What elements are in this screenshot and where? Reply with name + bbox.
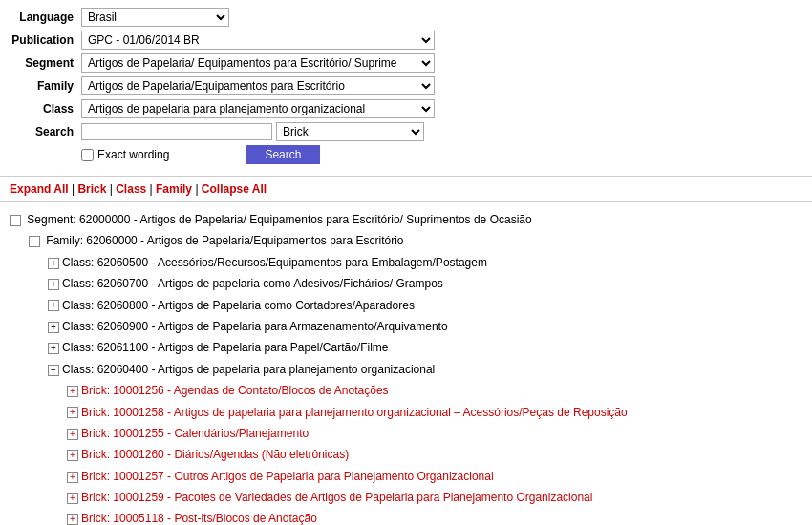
search-button[interactable]: Search	[246, 145, 320, 164]
tree-section: – Segment: 62000000 - Artigos de Papelar…	[0, 202, 812, 525]
brick-type-select[interactable]: Brick	[276, 122, 424, 141]
brick-label: Brick: 10001260 - Diários/Agendas (Não e…	[81, 448, 349, 461]
class-item-62060900: +Class: 62060900 - Artigos de Papelaria …	[48, 317, 802, 336]
class-expand-icon-62060800[interactable]: +	[48, 300, 59, 311]
brick-expand-icon[interactable]: +	[67, 472, 78, 483]
class-label-62060900: Class: 62060900 - Artigos de Papelaria p…	[62, 320, 448, 333]
class-row: Class Artigos de papelaria para planejam…	[10, 99, 802, 118]
search-row: Search Brick	[10, 122, 802, 141]
filter-form: Language Brasil Publication GPC - 01/06/…	[0, 0, 812, 177]
class-link[interactable]: Class	[116, 182, 146, 196]
brick-expand-icon[interactable]: +	[67, 493, 78, 504]
brick-expand-icon[interactable]: +	[67, 386, 78, 397]
family-label: Family: 62060000 - Artigos de Papelaria/…	[46, 234, 403, 247]
brick-item-5-4: +Brick: 10001257 - Outros Artigos de Pap…	[67, 467, 802, 486]
class-label-62060400: Class: 62060400 - Artigos de papelaria p…	[62, 363, 435, 376]
class-item-62060400: −Class: 62060400 - Artigos de papelaria …	[48, 360, 802, 379]
class-expand-icon-62060900[interactable]: +	[48, 322, 59, 333]
segment-row: Segment Artigos de Papelaria/ Equipament…	[10, 53, 802, 73]
segment-label: Segment	[10, 56, 81, 70]
class-item-62061100: +Class: 62061100 - Artigos de Papelaria …	[48, 338, 802, 357]
brick-label: Brick: 10001257 - Outros Artigos de Pape…	[81, 470, 494, 483]
publication-select[interactable]: GPC - 01/06/2014 BR	[81, 31, 435, 50]
exact-wording-checkbox[interactable]	[81, 149, 94, 161]
family-label: Family	[10, 79, 81, 93]
exact-wording-row: Exact wording Search	[81, 145, 802, 164]
class-label-62060700: Class: 62060700 - Artigos de papelaria c…	[62, 277, 443, 290]
brick-label: Brick: 10001256 - Agendas de Contato/Blo…	[81, 384, 389, 397]
brick-item-5-6: +Brick: 10005118 - Post-its/Blocos de An…	[67, 509, 802, 525]
class-label: Class	[10, 102, 81, 116]
brick-label: Brick: 10001255 - Calendários/Planejamen…	[81, 427, 309, 440]
family-select[interactable]: Artigos de Papelaria/Equipamentos para E…	[81, 76, 435, 95]
brick-item-5-5: +Brick: 10001259 - Pacotes de Variedades…	[67, 488, 802, 507]
brick-expand-icon[interactable]: +	[67, 407, 78, 418]
family-link[interactable]: Family	[156, 182, 192, 196]
segment-label: Segment: 62000000 - Artigos de Papelaria…	[27, 213, 531, 226]
class-select[interactable]: Artigos de papelaria para planejamento o…	[81, 99, 435, 118]
language-select[interactable]: Brasil	[81, 8, 229, 27]
family-expand-icon[interactable]: –	[29, 236, 40, 247]
class-expand-icon-62060700[interactable]: +	[48, 279, 59, 290]
exact-wording-label: Exact wording	[97, 148, 169, 161]
segment-item: – Segment: 62000000 - Artigos de Papelar…	[10, 210, 802, 229]
brick-label: Brick: 10001258 - Artigos de papelaria p…	[81, 406, 628, 419]
class-label-62060800: Class: 62060800 - Artigos de Papelaria c…	[62, 299, 415, 312]
classes-container: +Class: 62060500 - Acessórios/Recursos/E…	[10, 253, 802, 525]
class-expand-icon-62061100[interactable]: +	[48, 343, 59, 354]
publication-label: Publication	[10, 33, 81, 47]
brick-expand-icon[interactable]: +	[67, 429, 78, 440]
nav-links: Expand All | Brick | Class | Family | Co…	[0, 177, 812, 202]
segment-expand-icon[interactable]: –	[10, 215, 21, 226]
language-row: Language Brasil	[10, 8, 802, 27]
brick-expand-icon[interactable]: +	[67, 450, 78, 461]
publication-row: Publication GPC - 01/06/2014 BR	[10, 31, 802, 50]
class-expand-icon-62060500[interactable]: +	[48, 258, 59, 269]
family-row: Family Artigos de Papelaria/Equipamentos…	[10, 76, 802, 95]
search-label: Search	[10, 125, 81, 138]
class-label-62061100: Class: 62061100 - Artigos de Papelaria p…	[62, 341, 389, 354]
brick-link[interactable]: Brick	[77, 182, 106, 196]
brick-item-5-3: +Brick: 10001260 - Diários/Agendas (Não …	[67, 445, 802, 464]
search-input[interactable]	[81, 123, 272, 140]
language-label: Language	[10, 10, 81, 24]
class-label-62060500: Class: 62060500 - Acessórios/Recursos/Eq…	[62, 256, 487, 269]
class-expand-icon-62060400[interactable]: −	[48, 365, 59, 376]
brick-item-5-1: +Brick: 10001258 - Artigos de papelaria …	[67, 403, 802, 422]
brick-label: Brick: 10005118 - Post-its/Blocos de Ano…	[81, 512, 317, 525]
class-item-62060500: +Class: 62060500 - Acessórios/Recursos/E…	[48, 253, 802, 272]
class-item-62060800: +Class: 62060800 - Artigos de Papelaria …	[48, 296, 802, 315]
segment-select[interactable]: Artigos de Papelaria/ Equipamentos para …	[81, 53, 435, 73]
expand-all-link[interactable]: Expand All	[10, 182, 69, 196]
brick-item-5-0: +Brick: 10001256 - Agendas de Contato/Bl…	[67, 381, 802, 400]
brick-label: Brick: 10001259 - Pacotes de Variedades …	[81, 491, 592, 504]
class-item-62060700: +Class: 62060700 - Artigos de papelaria …	[48, 274, 802, 293]
brick-item-5-2: +Brick: 10001255 - Calendários/Planejame…	[67, 424, 802, 443]
collapse-all-link[interactable]: Collapse All	[202, 182, 267, 196]
family-item: – Family: 62060000 - Artigos de Papelari…	[29, 231, 802, 250]
brick-expand-icon[interactable]: +	[67, 514, 78, 525]
